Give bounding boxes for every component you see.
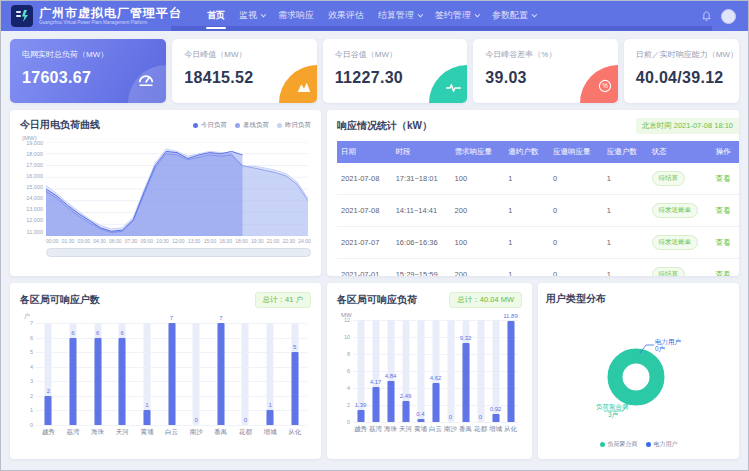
y-tick-label: 19,000 — [20, 141, 43, 147]
category-label: 黄埔 — [413, 425, 428, 434]
bar-column: 1.39 — [353, 320, 368, 422]
bell-icon[interactable] — [702, 7, 711, 25]
view-link[interactable]: 查看 — [716, 174, 731, 183]
category-label: 荔湾 — [61, 428, 86, 437]
bar-value-label: 7 — [219, 315, 222, 321]
bar-column: 11.89 — [503, 320, 518, 422]
legend-label: 今日负荷 — [201, 121, 227, 130]
bar-column: 0.92 — [488, 320, 503, 422]
bar-value-label: 6 — [121, 330, 124, 336]
bar — [94, 338, 101, 425]
bar — [45, 396, 52, 425]
category-label: 海珠 — [85, 428, 110, 437]
legend-label: 基线负荷 — [243, 121, 269, 130]
table-header-cell: 状态 — [648, 141, 712, 163]
load-chart-legend: 今日负荷基线负荷昨日负荷 — [193, 121, 311, 130]
bar-plot: 1210864201.394.174.842.490.44.6209.3200.… — [353, 320, 518, 422]
nav-item-6[interactable]: 参数配置 — [485, 0, 542, 32]
y-tick-label: 8 — [338, 351, 350, 357]
nav-item-5[interactable]: 签约管理 — [428, 0, 485, 32]
cell-action: 查看 — [712, 195, 739, 227]
legend-item[interactable]: 电力用户 — [646, 440, 678, 449]
legend-dot — [646, 442, 651, 447]
legend-item[interactable]: 基线负荷 — [235, 121, 269, 130]
bar-column: 6 — [85, 323, 110, 425]
legend-label: 昨日负荷 — [285, 121, 311, 130]
cell-action: 查看 — [712, 163, 739, 195]
nav-item-3[interactable]: 效果评估 — [321, 0, 371, 32]
y-tick-label: 12,000 — [20, 218, 43, 224]
bar-column: 1 — [135, 323, 160, 425]
donut-ring — [615, 356, 657, 398]
legend-dot — [193, 123, 198, 128]
bar-value-label: 1 — [145, 402, 148, 408]
table-row: 2021-07-0814:11~14:41200101待发送账单查看 — [337, 195, 739, 227]
svg-text:%: % — [602, 82, 608, 89]
bar-value-label: 4.62 — [430, 375, 442, 381]
logo-icon — [11, 5, 33, 27]
cell-action: 查看 — [712, 259, 739, 277]
bar — [402, 401, 409, 422]
kpi-card-4: 日前／实时响应能力（MW）40.04/39.12 — [624, 39, 739, 103]
y-axis: 19,00018,00017,00016,00015,00014,00013,0… — [20, 142, 46, 236]
category-axis: 越秀荔湾海珠天河黄埔白云南沙番禺花都增城从化 — [353, 425, 518, 434]
table-header-cell: 邀约户数 — [504, 141, 549, 163]
y-tick-label: 10 — [338, 334, 350, 340]
bar-value-label: 4.17 — [370, 379, 382, 385]
chevron-down-icon — [532, 12, 538, 18]
category-label: 越秀 — [36, 428, 61, 437]
load-curve-card: 今日用电负荷曲线 今日负荷基线负荷昨日负荷 (MW) 19,00018,0001… — [10, 110, 321, 276]
bar-column: 5 — [282, 323, 307, 425]
category-label: 从化 — [503, 425, 518, 434]
pulse-icon — [446, 79, 461, 97]
datazoom-slider[interactable] — [46, 248, 311, 257]
main-nav: 首页监视需求响应效果评估结算管理签约管理参数配置 — [200, 0, 702, 32]
bar-value-label: 11.89 — [503, 313, 518, 319]
nav-item-1[interactable]: 监视 — [232, 0, 271, 32]
cell-status: 待结算 — [648, 259, 712, 277]
nav-item-0[interactable]: 首页 — [200, 0, 232, 32]
nav-item-4[interactable]: 结算管理 — [371, 0, 428, 32]
cell-invited: 1 — [504, 227, 549, 259]
legend-item[interactable]: 负荷聚合商 — [600, 440, 638, 449]
cell-date: 2021-07-07 — [337, 227, 392, 259]
callout-top-value: 0户 — [655, 345, 665, 352]
bar-track — [477, 320, 484, 422]
callout-bottom-name: 负荷聚合商 — [596, 403, 629, 411]
kpi-card-0: 电网实时总负荷（MW）17603.67 — [10, 39, 166, 103]
table-header-cell: 应邀响应量 — [549, 141, 603, 163]
status-badge: 待结算 — [652, 171, 686, 186]
table-row: 2021-07-0817:31~18:01100101待结算查看 — [337, 163, 739, 195]
nav-item-2[interactable]: 需求响应 — [271, 0, 321, 32]
cell-period: 14:11~14:41 — [392, 195, 451, 227]
bar-column: 4.62 — [428, 320, 443, 422]
status-badge: 待发送账单 — [652, 203, 699, 218]
y-tick-label: 5 — [21, 349, 33, 355]
bar-column: 6 — [61, 323, 86, 425]
bar-plot: 7654321026661707015 — [36, 323, 307, 425]
legend-label: 电力用户 — [654, 440, 678, 449]
x-tick-label: 10:30 — [156, 238, 169, 244]
load-curve-plot — [46, 142, 308, 236]
kpi-card-1: 今日峰值（MW）18415.52 — [172, 39, 316, 103]
x-tick-label: 03:00 — [78, 238, 91, 244]
view-link[interactable]: 查看 — [716, 238, 731, 247]
legend-item[interactable]: 今日负荷 — [193, 121, 227, 130]
gauge-icon — [136, 69, 156, 93]
chevron-down-icon — [261, 12, 267, 18]
app-subtitle: Guangzhou Virtual Power Plant Management… — [39, 21, 182, 26]
response-stats-card: 响应情况统计（kW） 北京时间 2021-07-08 18:10 日期时段需求响… — [327, 110, 739, 276]
donut-title: 用户类型分布 — [546, 292, 606, 306]
status-badge: 待结算 — [652, 267, 686, 276]
bar-value-label: 6 — [96, 330, 99, 336]
y-tick-label: 15,000 — [20, 185, 43, 191]
legend-item[interactable]: 昨日负荷 — [277, 121, 311, 130]
category-label: 花都 — [233, 428, 258, 437]
view-link[interactable]: 查看 — [716, 270, 731, 277]
avatar[interactable] — [721, 9, 736, 24]
bar-value-label: 1 — [268, 402, 271, 408]
category-label: 南沙 — [443, 425, 458, 434]
chart-title: 各区局可响应负荷 — [337, 293, 417, 307]
bar-value-label: 0 — [479, 414, 482, 420]
view-link[interactable]: 查看 — [716, 206, 731, 215]
